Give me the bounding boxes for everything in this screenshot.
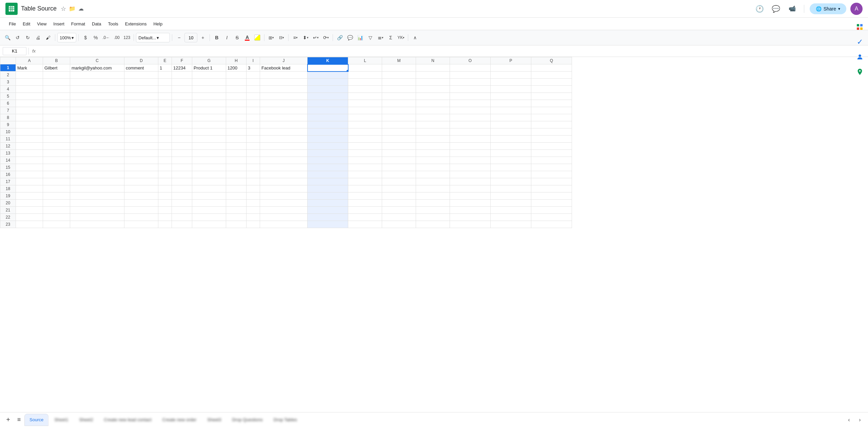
filter-button[interactable]: ▽ <box>366 33 375 42</box>
comment-button[interactable]: 💬 <box>345 33 355 42</box>
cell-O17[interactable] <box>450 178 491 185</box>
cell-L21[interactable] <box>348 207 382 214</box>
cell-O3[interactable] <box>450 79 491 86</box>
cell-H14[interactable] <box>226 157 246 164</box>
cell-F5[interactable] <box>172 93 192 100</box>
row-header-7[interactable]: 7 <box>0 107 16 114</box>
cell-I16[interactable] <box>246 171 260 178</box>
cell-C10[interactable] <box>70 128 124 136</box>
cell-Q5[interactable] <box>531 93 572 100</box>
cell-Q6[interactable] <box>531 100 572 107</box>
col-header-N[interactable]: N <box>416 57 450 64</box>
cell-C21[interactable] <box>70 207 124 214</box>
cell-L9[interactable] <box>348 121 382 128</box>
cell-Q13[interactable] <box>531 150 572 157</box>
menu-tools[interactable]: Tools <box>104 20 121 28</box>
cell-G21[interactable] <box>192 207 226 214</box>
row-header-22[interactable]: 22 <box>0 214 16 221</box>
doc-title[interactable]: Table Source <box>21 5 57 12</box>
cell-A5[interactable] <box>16 93 43 100</box>
sheets-addon-icon[interactable] <box>853 20 867 34</box>
cell-K5[interactable] <box>308 93 348 100</box>
cell-L5[interactable] <box>348 93 382 100</box>
cell-C1[interactable]: markgil@yahoo.com <box>70 64 124 72</box>
cell-M7[interactable] <box>382 107 416 114</box>
cell-F8[interactable] <box>172 114 192 121</box>
cell-L3[interactable] <box>348 79 382 86</box>
cell-K12[interactable] <box>308 143 348 150</box>
cell-A9[interactable] <box>16 121 43 128</box>
cell-I1[interactable]: 3 <box>246 64 260 72</box>
menu-file[interactable]: File <box>5 20 19 28</box>
highlight-color-button[interactable] <box>253 33 262 42</box>
cell-D7[interactable] <box>124 107 158 114</box>
print-button[interactable]: 🖨 <box>33 33 43 42</box>
cell-I20[interactable] <box>246 200 260 207</box>
cell-K4[interactable] <box>308 86 348 93</box>
cell-J1[interactable]: Facebook lead <box>260 64 308 72</box>
cell-G17[interactable] <box>192 178 226 185</box>
cell-N5[interactable] <box>416 93 450 100</box>
cell-J13[interactable] <box>260 150 308 157</box>
cell-E4[interactable] <box>158 86 172 93</box>
row-header-10[interactable]: 10 <box>0 128 16 136</box>
cell-B3[interactable] <box>43 79 70 86</box>
cell-C23[interactable] <box>70 221 124 228</box>
cell-B14[interactable] <box>43 157 70 164</box>
cell-L20[interactable] <box>348 200 382 207</box>
cell-G5[interactable] <box>192 93 226 100</box>
cell-Q16[interactable] <box>531 171 572 178</box>
cell-H7[interactable] <box>226 107 246 114</box>
menu-extensions[interactable]: Extensions <box>122 20 150 28</box>
cell-F16[interactable] <box>172 171 192 178</box>
cell-C15[interactable] <box>70 164 124 171</box>
cell-D20[interactable] <box>124 200 158 207</box>
cell-D15[interactable] <box>124 164 158 171</box>
cell-J22[interactable] <box>260 214 308 221</box>
cell-Q12[interactable] <box>531 143 572 150</box>
row-header-2[interactable]: 2 <box>0 72 16 79</box>
cell-G12[interactable] <box>192 143 226 150</box>
cell-P7[interactable] <box>491 107 531 114</box>
share-button[interactable]: 🌐 Share ▾ <box>810 3 846 14</box>
bold-button[interactable]: B <box>212 33 221 42</box>
cell-I18[interactable] <box>246 185 260 192</box>
menu-format[interactable]: Format <box>68 20 88 28</box>
cell-G13[interactable] <box>192 150 226 157</box>
cell-K19[interactable] <box>308 192 348 200</box>
cell-G4[interactable] <box>192 86 226 93</box>
cell-A23[interactable] <box>16 221 43 228</box>
row-header-9[interactable]: 9 <box>0 121 16 128</box>
cell-H5[interactable] <box>226 93 246 100</box>
cell-K18[interactable] <box>308 185 348 192</box>
cell-G7[interactable] <box>192 107 226 114</box>
cell-F6[interactable] <box>172 100 192 107</box>
cell-M2[interactable] <box>382 72 416 79</box>
cell-O21[interactable] <box>450 207 491 214</box>
cell-C8[interactable] <box>70 114 124 121</box>
cell-O15[interactable] <box>450 164 491 171</box>
cell-C5[interactable] <box>70 93 124 100</box>
text-wrap-button[interactable]: ↵▾ <box>311 33 320 42</box>
cell-L17[interactable] <box>348 178 382 185</box>
cell-B1[interactable]: Gilbert <box>43 64 70 72</box>
cell-J16[interactable] <box>260 171 308 178</box>
user-avatar[interactable]: A <box>850 3 863 15</box>
cell-M22[interactable] <box>382 214 416 221</box>
cell-E14[interactable] <box>158 157 172 164</box>
cell-A4[interactable] <box>16 86 43 93</box>
cell-B18[interactable] <box>43 185 70 192</box>
cell-F20[interactable] <box>172 200 192 207</box>
font-size-box[interactable]: 10 <box>184 33 197 42</box>
cell-K1[interactable] <box>308 64 348 72</box>
cell-P12[interactable] <box>491 143 531 150</box>
cell-E13[interactable] <box>158 150 172 157</box>
cell-L13[interactable] <box>348 150 382 157</box>
cell-M14[interactable] <box>382 157 416 164</box>
cell-A8[interactable] <box>16 114 43 121</box>
cell-B5[interactable] <box>43 93 70 100</box>
cell-J18[interactable] <box>260 185 308 192</box>
cell-N19[interactable] <box>416 192 450 200</box>
cell-G3[interactable] <box>192 79 226 86</box>
cell-E3[interactable] <box>158 79 172 86</box>
